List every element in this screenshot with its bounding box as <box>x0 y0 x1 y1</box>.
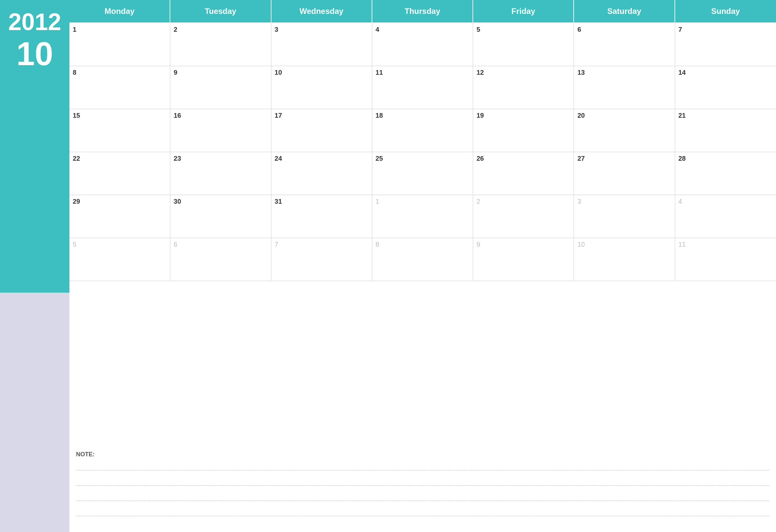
day-number: 17 <box>275 112 282 119</box>
day-cell-2-5[interactable]: 20 <box>574 109 675 152</box>
day-cell-0-3[interactable]: 4 <box>372 23 473 66</box>
day-cell-1-2[interactable]: 10 <box>271 66 372 109</box>
day-number: 19 <box>476 112 484 119</box>
day-number: 4 <box>376 26 379 33</box>
day-number: 8 <box>73 69 76 76</box>
day-number: 11 <box>376 69 383 76</box>
day-cell-4-0[interactable]: 29 <box>69 195 170 238</box>
day-number: 22 <box>73 155 80 162</box>
day-number: 14 <box>678 69 686 76</box>
day-cell-0-1[interactable]: 2 <box>170 23 271 66</box>
day-cell-0-4[interactable]: 5 <box>473 23 574 66</box>
day-cell-1-4[interactable]: 12 <box>473 66 574 109</box>
day-number: 6 <box>577 26 581 33</box>
day-cell-4-3[interactable]: 1 <box>372 195 473 238</box>
day-number: 10 <box>577 241 585 248</box>
day-cell-2-3[interactable]: 18 <box>372 109 473 152</box>
day-cell-1-6[interactable]: 14 <box>675 66 776 109</box>
calendar-main: MondayTuesdayWednesdayThursdayFridaySatu… <box>69 0 776 532</box>
day-cell-4-2[interactable]: 31 <box>271 195 372 238</box>
day-cell-2-1[interactable]: 16 <box>170 109 271 152</box>
month-number-display: 10 <box>16 37 53 70</box>
day-number: 12 <box>476 69 484 76</box>
month-name-display: October <box>3 86 66 106</box>
day-number: 7 <box>275 241 278 248</box>
day-number: 28 <box>678 155 686 162</box>
day-cell-1-5[interactable]: 13 <box>574 66 675 109</box>
day-number: 3 <box>577 198 581 205</box>
day-cell-3-5[interactable]: 27 <box>574 152 675 195</box>
day-cell-2-4[interactable]: 19 <box>473 109 574 152</box>
day-number: 9 <box>174 69 177 76</box>
day-number: 9 <box>476 241 480 248</box>
day-cell-1-0[interactable]: 8 <box>69 66 170 109</box>
days-grid: 1234567891011121314151617181920212223242… <box>69 23 776 281</box>
day-number: 26 <box>476 155 484 162</box>
day-number: 16 <box>174 112 181 119</box>
day-number: 3 <box>275 26 278 33</box>
day-number: 8 <box>376 241 379 248</box>
note-label: NOTE: <box>76 451 769 458</box>
day-number: 27 <box>577 155 585 162</box>
day-cell-1-1[interactable]: 9 <box>170 66 271 109</box>
day-number: 29 <box>73 198 80 205</box>
day-number: 20 <box>577 112 585 119</box>
day-header-saturday: Saturday <box>574 0 675 23</box>
day-number: 23 <box>174 155 181 162</box>
day-cell-4-5[interactable]: 3 <box>574 195 675 238</box>
day-cell-2-6[interactable]: 21 <box>675 109 776 152</box>
year-display: 2012 <box>8 10 61 34</box>
day-number: 5 <box>476 26 480 33</box>
day-number: 4 <box>678 198 682 205</box>
day-number: 30 <box>174 198 181 205</box>
day-cell-4-1[interactable]: 30 <box>170 195 271 238</box>
day-cell-3-3[interactable]: 25 <box>372 152 473 195</box>
day-cell-3-0[interactable]: 22 <box>69 152 170 195</box>
day-header-monday: Monday <box>69 0 170 23</box>
day-cell-1-3[interactable]: 11 <box>372 66 473 109</box>
note-line-1 <box>76 461 769 471</box>
day-number: 25 <box>376 155 383 162</box>
day-header-thursday: Thursday <box>372 0 473 23</box>
day-cell-2-0[interactable]: 15 <box>69 109 170 152</box>
note-line-2 <box>76 477 769 486</box>
day-number: 31 <box>275 198 282 205</box>
day-cell-3-1[interactable]: 23 <box>170 152 271 195</box>
day-cell-3-4[interactable]: 26 <box>473 152 574 195</box>
day-cell-5-3[interactable]: 8 <box>372 238 473 281</box>
calendar-container: 2012 10 October MondayTuesdayWednesdayTh… <box>0 0 776 532</box>
day-cell-2-2[interactable]: 17 <box>271 109 372 152</box>
day-number: 5 <box>73 241 76 248</box>
day-number: 6 <box>174 241 177 248</box>
day-number: 21 <box>678 112 686 119</box>
day-number: 11 <box>678 241 686 248</box>
day-number: 7 <box>678 26 682 33</box>
day-cell-5-1[interactable]: 6 <box>170 238 271 281</box>
note-line-4 <box>76 507 769 516</box>
day-cell-0-5[interactable]: 6 <box>574 23 675 66</box>
day-cell-0-6[interactable]: 7 <box>675 23 776 66</box>
days-header: MondayTuesdayWednesdayThursdayFridaySatu… <box>69 0 776 23</box>
day-cell-5-0[interactable]: 5 <box>69 238 170 281</box>
day-number: 15 <box>73 112 80 119</box>
day-cell-3-6[interactable]: 28 <box>675 152 776 195</box>
day-header-tuesday: Tuesday <box>170 0 271 23</box>
calendar-grid: MondayTuesdayWednesdayThursdayFridaySatu… <box>69 0 776 445</box>
day-header-sunday: Sunday <box>675 0 776 23</box>
day-cell-4-4[interactable]: 2 <box>473 195 574 238</box>
day-cell-0-2[interactable]: 3 <box>271 23 372 66</box>
day-number: 24 <box>275 155 282 162</box>
day-number: 1 <box>376 198 379 205</box>
day-cell-4-6[interactable]: 4 <box>675 195 776 238</box>
day-number: 2 <box>476 198 480 205</box>
day-cell-3-2[interactable]: 24 <box>271 152 372 195</box>
day-cell-5-4[interactable]: 9 <box>473 238 574 281</box>
day-header-friday: Friday <box>473 0 574 23</box>
day-cell-5-5[interactable]: 10 <box>574 238 675 281</box>
day-number: 10 <box>275 69 282 76</box>
day-cell-0-0[interactable]: 1 <box>69 23 170 66</box>
note-line-3 <box>76 492 769 501</box>
day-cell-5-6[interactable]: 11 <box>675 238 776 281</box>
day-number: 1 <box>73 26 76 33</box>
day-cell-5-2[interactable]: 7 <box>271 238 372 281</box>
